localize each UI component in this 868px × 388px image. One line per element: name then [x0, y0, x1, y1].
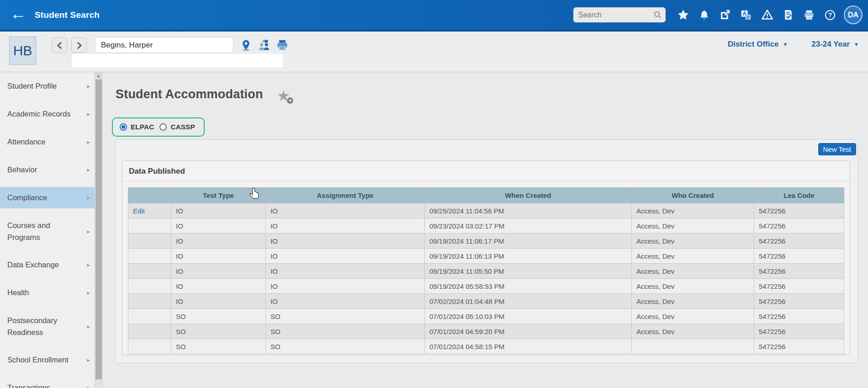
location-pin-icon[interactable] [239, 38, 253, 52]
demographics-icon[interactable] [257, 38, 271, 52]
top-header: ← Student Search Aƒ [0, 0, 868, 32]
sidebar-item-label: Data Exchange [7, 259, 59, 271]
print-student-icon[interactable] [275, 38, 289, 52]
edit-link[interactable]: Edit [133, 207, 145, 215]
table-cell [128, 294, 171, 309]
column-header-actions[interactable] [128, 188, 171, 203]
new-test-button[interactable]: New Test [818, 143, 856, 155]
new-window-icon[interactable] [719, 9, 731, 21]
chevron-right-icon: ▸ [87, 83, 90, 90]
table-cell: 5472256 [754, 309, 844, 324]
scrollbar-up-arrow-icon[interactable]: ▲ [95, 72, 102, 80]
sidebar-item-courses-and-programs[interactable]: Courses and Programs▸ [0, 212, 95, 251]
year-selector[interactable]: 23-24 Year ▼ [811, 40, 859, 49]
sidebar-item-school-enrollment[interactable]: School Enrollment▸ [0, 346, 95, 374]
table-cell: 5472256 [754, 249, 844, 264]
table-cell: Access, Dev [632, 309, 754, 324]
add-favorite-star-icon[interactable]: ★+ [277, 88, 291, 103]
table-cell: SO [171, 339, 266, 354]
sidebar-scrollbar[interactable]: ▲ [95, 72, 102, 388]
global-search[interactable] [573, 7, 666, 22]
translate-icon[interactable]: Aƒ [740, 9, 752, 21]
table-row: IOIO09/23/2024 03:02:17 PMAccess, Dev547… [128, 218, 844, 234]
data-published-section: Data Published Test TypeAssignment TypeW… [122, 160, 850, 355]
column-header-test-type[interactable]: Test Type [171, 188, 266, 203]
radio-elpac[interactable] [120, 123, 127, 131]
sidebar-item-label: Transactions [7, 382, 50, 388]
redaction-overlay [72, 54, 283, 67]
table-cell: SO [266, 309, 425, 324]
table-cell: 07/01/2024 04:59:20 PM [425, 324, 632, 339]
chevron-right-icon: ▸ [87, 166, 90, 173]
sidebar-item-health[interactable]: Health▸ [0, 279, 95, 307]
school-selector[interactable]: District Office ▼ [728, 40, 788, 49]
next-student-icon[interactable] [71, 37, 87, 53]
sidebar-item-label: Academic Records [7, 108, 70, 120]
table-cell [128, 324, 171, 339]
chevron-right-icon: ▸ [87, 356, 90, 363]
table-cell: IO [266, 279, 425, 294]
favorites-star-icon[interactable] [677, 9, 689, 21]
sidebar-item-academic-records[interactable]: Academic Records▸ [0, 100, 95, 128]
sidebar-item-postsecondary-readiness[interactable]: Postsecondary Readiness▸ [0, 307, 95, 346]
forms-check-icon[interactable] [782, 9, 794, 21]
page-title: Student Accommodation [116, 87, 263, 101]
chevron-down-icon: ▼ [783, 42, 788, 47]
student-initials-badge[interactable]: HB [9, 37, 36, 65]
sidebar-item-transactions[interactable]: Transactions▸ [0, 374, 95, 388]
sidebar-item-attendance[interactable]: Attendance▸ [0, 128, 95, 156]
table-cell: IO [266, 234, 425, 249]
table-cell: 5472256 [754, 218, 844, 234]
chevron-right-icon: ▸ [87, 194, 90, 201]
sidebar-item-data-exchange[interactable]: Data Exchange▸ [0, 251, 95, 279]
sidebar-item-student-profile[interactable]: Student Profile▸ [0, 72, 95, 100]
table-cell [128, 249, 171, 264]
table-cell: Access, Dev [632, 203, 754, 218]
chevron-right-icon: ▸ [87, 111, 90, 117]
help-icon[interactable]: ? [824, 9, 836, 21]
table-cell: IO [266, 294, 425, 309]
radio-elpac-label[interactable]: ELPAC [131, 123, 154, 131]
table-cell: Access, Dev [632, 249, 754, 264]
scrollbar-thumb[interactable] [95, 80, 102, 379]
column-header-who-created[interactable]: Who Created [632, 188, 754, 203]
chevron-down-icon: ▼ [854, 42, 859, 47]
notifications-bell-icon[interactable] [698, 9, 710, 21]
table-cell: IO [171, 249, 266, 264]
student-tool-icons [239, 38, 289, 52]
sidebar-item-label: Courses and Programs [7, 219, 84, 244]
table-cell: 09/19/2024 05:58:53 PM [425, 279, 632, 294]
chevron-right-icon: ▸ [87, 323, 90, 330]
table-cell [632, 339, 754, 354]
radio-cassp[interactable] [159, 123, 167, 131]
table-cell: Access, Dev [632, 218, 754, 234]
alerts-warning-icon[interactable] [761, 9, 773, 21]
search-input[interactable] [578, 11, 653, 19]
table-cell [128, 218, 171, 234]
table-cell: 5472256 [754, 203, 844, 218]
sidebar-item-behavior[interactable]: Behavior▸ [0, 156, 95, 184]
user-avatar[interactable]: DA [844, 5, 863, 24]
print-icon[interactable] [803, 9, 815, 21]
table-cell: IO [171, 279, 266, 294]
sidebar-item-label: Attendance [7, 136, 45, 148]
table-cell: 09/19/2024 11:06:13 PM [425, 249, 632, 264]
table-row: EditIOIO09/25/2024 11:04:56 PMAccess, De… [128, 203, 844, 218]
sidebar-item-label: Student Profile [7, 80, 57, 92]
data-published-title: Data Published [129, 167, 844, 176]
column-header-lea-code[interactable]: Lea Code [754, 188, 844, 203]
column-header-when-created[interactable]: When Created [425, 188, 632, 203]
column-header-assignment-type[interactable]: Assignment Type [266, 188, 425, 203]
back-arrow-icon[interactable]: ← [10, 7, 26, 21]
svg-text:?: ? [828, 11, 832, 18]
sidebar-item-compliance[interactable]: Compliance▸ [0, 187, 95, 208]
table-cell: 5472256 [754, 339, 844, 354]
table-cell [128, 279, 171, 294]
radio-cassp-label[interactable]: CASSP [170, 123, 195, 131]
student-name-input[interactable] [95, 37, 233, 53]
header-icon-row: Aƒ ? [677, 9, 836, 21]
previous-student-icon[interactable] [52, 37, 67, 53]
table-row: IOIO07/02/2024 01:04:48 PMAccess, Dev547… [128, 294, 844, 309]
search-icon[interactable] [653, 11, 662, 19]
table-cell: 5472256 [754, 234, 844, 249]
